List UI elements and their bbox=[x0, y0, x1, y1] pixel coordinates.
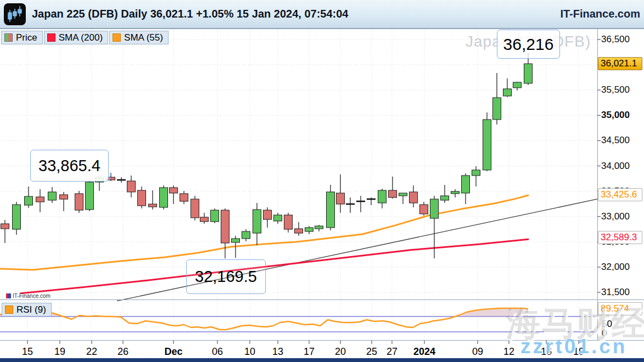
x-axis-label: 25 bbox=[366, 346, 377, 358]
x-axis-label: 26 bbox=[117, 346, 128, 358]
x-axis-label: 12 bbox=[503, 346, 514, 358]
legend-price-chip[interactable]: Price bbox=[1, 31, 43, 44]
candle-up[interactable] bbox=[524, 64, 533, 83]
price-callout-swing-high[interactable]: 33,865.4 bbox=[30, 150, 109, 182]
x-axis-label: 10 bbox=[244, 346, 255, 358]
candle-up[interactable] bbox=[13, 205, 21, 229]
candlestick-app-icon[interactable] bbox=[4, 3, 26, 25]
candle-up[interactable] bbox=[327, 192, 335, 228]
candle-up[interactable] bbox=[86, 182, 94, 210]
candle-down[interactable] bbox=[149, 204, 157, 207]
candle-down[interactable] bbox=[180, 194, 188, 201]
candle-down[interactable] bbox=[295, 229, 303, 233]
candle-up[interactable] bbox=[430, 199, 439, 218]
candle-down[interactable] bbox=[1, 224, 9, 229]
legend-price-label: Price bbox=[16, 32, 37, 43]
candle-down[interactable] bbox=[170, 188, 178, 193]
rsi-swatch-icon bbox=[5, 306, 13, 314]
legend-sma55-chip[interactable]: SMA (55) bbox=[109, 31, 169, 44]
instrument-title: Japan 225 (DFB) Daily 36,021.1 +1.05% 15… bbox=[32, 8, 348, 20]
y-axis-label: 33,000 bbox=[601, 211, 630, 222]
chart-footer-brand: IT-Finance.com bbox=[6, 293, 51, 299]
x-axis-label: 2024 bbox=[413, 346, 435, 358]
candle-down[interactable] bbox=[75, 194, 83, 210]
y-axis-label: 31,500 bbox=[601, 287, 630, 298]
price-callout-low[interactable]: 32,169.5 bbox=[186, 259, 266, 294]
rsi-line[interactable] bbox=[0, 308, 528, 330]
candle-up[interactable] bbox=[399, 193, 407, 196]
y-axis-label: 32,000 bbox=[601, 262, 630, 273]
candle-up[interactable] bbox=[378, 190, 387, 203]
sma55-swatch-icon bbox=[113, 33, 121, 42]
candle-down[interactable] bbox=[200, 217, 209, 222]
chart-application-window: Japan 225 (DFB) Daily 36,021.1 +1.05% 15… bbox=[0, 0, 644, 362]
candle-down[interactable] bbox=[36, 197, 44, 202]
candle-up[interactable] bbox=[305, 228, 313, 231]
y-axis-label: 34,500 bbox=[601, 135, 630, 146]
candle-up[interactable] bbox=[253, 210, 261, 233]
header-bar: Japan 225 (DFB) Daily 36,021.1 +1.05% 15… bbox=[0, 0, 644, 29]
candle-down[interactable] bbox=[264, 210, 272, 219]
last-price-label: 36,021.1 bbox=[598, 57, 642, 70]
legend-sma55-label: SMA (55) bbox=[124, 32, 163, 43]
candle-down[interactable] bbox=[284, 215, 293, 229]
candle-down[interactable] bbox=[127, 181, 136, 192]
x-axis-label: 27 bbox=[387, 346, 397, 358]
candle-up[interactable] bbox=[274, 215, 282, 221]
candle-down[interactable] bbox=[138, 190, 146, 206]
candle-up[interactable] bbox=[211, 210, 219, 222]
x-axis-label: 15 bbox=[22, 346, 33, 358]
candle-down[interactable] bbox=[420, 205, 428, 214]
price-callout-high[interactable]: 36,216 bbox=[497, 30, 560, 59]
candle-down[interactable] bbox=[221, 210, 229, 243]
y-axis-label: 35,500 bbox=[601, 84, 630, 95]
candle-up[interactable] bbox=[48, 192, 57, 200]
candle-up[interactable] bbox=[472, 170, 480, 176]
indicator-legend: Price SMA (200) SMA (55) bbox=[1, 31, 169, 44]
x-axis-label: 19 bbox=[54, 346, 65, 358]
candle-down[interactable] bbox=[60, 195, 68, 199]
candle-up[interactable] bbox=[462, 176, 470, 193]
x-axis-label: 20 bbox=[335, 346, 346, 358]
candle-down[interactable] bbox=[410, 192, 418, 203]
brand-link[interactable]: IT-Finance.com bbox=[560, 8, 640, 20]
candle-up[interactable] bbox=[160, 188, 168, 207]
rsi-legend-label: RSI (9) bbox=[16, 304, 46, 315]
y-axis-label: 36,500 bbox=[601, 34, 630, 45]
y-axis-label: 35,000 bbox=[601, 110, 630, 121]
candle-up[interactable] bbox=[483, 120, 491, 170]
candle-up[interactable] bbox=[513, 82, 522, 88]
x-axis-label: 22 bbox=[86, 346, 97, 358]
candle-up[interactable] bbox=[25, 196, 33, 205]
site-watermark: zzrt01.cn bbox=[520, 335, 627, 358]
bottom-status-bar bbox=[0, 358, 644, 362]
x-axis-label: 13 bbox=[272, 346, 283, 358]
sma200-swatch-icon bbox=[47, 33, 55, 42]
candle-up[interactable] bbox=[232, 239, 240, 242]
candle-up[interactable] bbox=[503, 89, 512, 96]
price-candle-icon bbox=[4, 33, 13, 42]
y-axis-label: 34,000 bbox=[601, 161, 630, 172]
candle-up[interactable] bbox=[493, 98, 501, 120]
x-axis-label: 09 bbox=[472, 346, 483, 358]
rsi-legend-chip[interactable]: RSI (9) bbox=[2, 303, 52, 316]
itfinance-mini-logo-icon bbox=[6, 293, 11, 298]
s200-value-label: 32,589.3 bbox=[598, 231, 642, 244]
candle-up[interactable] bbox=[451, 191, 460, 194]
x-axis-label: Dec bbox=[164, 346, 182, 358]
candle-up[interactable] bbox=[242, 231, 250, 239]
sma200-line[interactable] bbox=[21, 239, 528, 293]
legend-sma200-label: SMA (200) bbox=[59, 32, 103, 43]
x-axis-label: 06 bbox=[212, 346, 223, 358]
x-axis-label: 17 bbox=[304, 346, 315, 358]
candle-up[interactable] bbox=[315, 226, 323, 229]
candle-up[interactable] bbox=[441, 196, 449, 200]
candle-down[interactable] bbox=[191, 199, 199, 218]
legend-sma200-chip[interactable]: SMA (200) bbox=[44, 31, 108, 44]
candle-down[interactable] bbox=[337, 193, 345, 204]
candle-down[interactable] bbox=[389, 190, 397, 197]
s55-value-label: 33,425.6 bbox=[598, 188, 642, 201]
